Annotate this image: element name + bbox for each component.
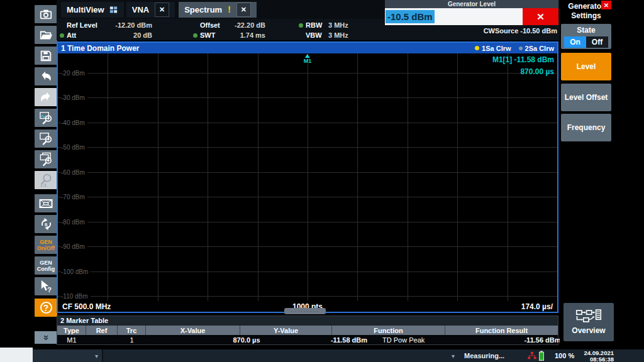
offset-label: Offset — [200, 21, 226, 29]
marker-table-row: M1 1 870.0 µs -11.58 dBm TD Pow Peak -11… — [57, 335, 558, 344]
y-axis-label: -20 dBm — [61, 70, 87, 77]
svg-text:?: ? — [47, 286, 51, 293]
gen-onoff-label-2: On/Off — [37, 245, 55, 251]
zoom-1to1-button[interactable]: 1:1 — [35, 171, 57, 189]
column-header-function: Function — [332, 326, 445, 335]
plot-area[interactable]: -20 dBm -30 dBm -40 dBm -50 dBm -60 dBm … — [58, 53, 557, 301]
multiview-grid-icon — [109, 5, 118, 14]
vbw-label: VBW — [306, 31, 328, 39]
softkey-menu-title-line2: Settings — [561, 11, 611, 21]
help-button[interactable]: ? — [35, 299, 57, 317]
tab-vna[interactable]: VNA ✕ — [126, 2, 175, 18]
zoom-multi-icon — [39, 152, 53, 167]
y-axis-label: -50 dBm — [61, 144, 87, 151]
trace1-legend[interactable]: 1Sa Clrw — [475, 45, 511, 52]
redo-button[interactable] — [35, 88, 57, 106]
trace-legend: 1Sa Clrw 2Sa Clrw — [475, 45, 554, 52]
generator-level-input[interactable]: -10.5 dBm — [385, 8, 523, 25]
zoom-trace-button[interactable] — [35, 109, 57, 127]
column-header-trc: Trc — [118, 326, 146, 335]
toolbar-expand-button[interactable] — [35, 331, 57, 344]
tab-vna-label: VNA — [132, 5, 149, 14]
softkey-level-offset[interactable]: Level Offset — [561, 84, 611, 111]
generator-level-popup-title: Generator Level — [385, 0, 558, 8]
swt-field[interactable]: SWT 1.74 ms — [193, 31, 299, 40]
zoom-area-button[interactable] — [35, 129, 57, 148]
save-button[interactable] — [35, 47, 57, 65]
column-header-type: Type — [57, 326, 86, 335]
overview-label: Overview — [572, 326, 605, 335]
tab-spectrum-close-icon[interactable]: ✕ — [236, 3, 251, 17]
ref-level-label: Ref Level — [67, 21, 103, 29]
column-header-function-result: Function Result — [445, 326, 558, 335]
rbw-label: RBW — [306, 21, 328, 29]
window-splitter-handle[interactable]: ········· — [284, 308, 326, 314]
y-axis-label: -110 dBm — [61, 293, 91, 300]
chevron-down-icon: ▾ — [452, 353, 455, 359]
y-axis-label: -30 dBm — [61, 94, 87, 101]
gen-onoff-button[interactable]: GEN On/Off — [35, 236, 57, 254]
cell-trc: 1 — [118, 335, 146, 344]
softkey-menu-close-button[interactable]: ✕ — [601, 1, 611, 9]
continuous-sweep-button[interactable]: s — [35, 215, 57, 233]
chevron-down-icon: ▾ — [95, 353, 98, 359]
rbw-value: 3 MHz — [328, 21, 348, 29]
trace2-label: 2Sa Clrw — [525, 45, 554, 52]
marker-readout: M1[1] -11.58 dBm 870.00 µs — [492, 54, 554, 78]
vbw-field[interactable]: VBW 3 MHz — [299, 31, 399, 40]
state-label: State — [561, 26, 611, 35]
tab-spectrum[interactable]: Spectrum ! ✕ — [179, 2, 257, 18]
datetime-display: 24.09.2021 08:56:38 — [571, 349, 614, 362]
softkey-frequency[interactable]: Frequency — [561, 114, 611, 141]
tab-multiview[interactable]: MultiView — [61, 2, 124, 18]
overview-button[interactable]: Overview — [564, 303, 614, 341]
window-title-bar[interactable]: 1 Time Domain Power 1Sa Clrw 2Sa Clrw — [58, 43, 557, 53]
state-toggle: On Off — [564, 36, 608, 48]
screenshot-button[interactable] — [35, 5, 57, 23]
generator-level-popup-close-button[interactable]: ✕ — [523, 8, 558, 25]
marker-table-title[interactable]: 2 Marker Table — [57, 316, 558, 326]
open-file-button[interactable] — [35, 26, 57, 44]
window-layout-icon — [38, 196, 53, 211]
marker-m1[interactable]: M1 — [304, 54, 312, 64]
column-header-ref: Ref — [86, 326, 118, 335]
trace2-dot-icon — [519, 47, 523, 50]
state-on-option[interactable]: On — [564, 36, 586, 48]
trace2-legend[interactable]: 2Sa Clrw — [519, 45, 554, 52]
rbw-field[interactable]: RBW 3 MHz — [299, 21, 399, 30]
y-axis-label: -90 dBm — [61, 243, 87, 250]
state-off-option[interactable]: Off — [586, 36, 608, 48]
rbw-status-dot — [299, 23, 303, 28]
cell-y-value: -11.58 dBm — [303, 335, 395, 344]
window-layout-button[interactable] — [35, 194, 57, 212]
zoom-multi-button[interactable] — [35, 150, 57, 168]
softkey-level[interactable]: Level — [561, 53, 611, 80]
marker-table-window: 2 Marker Table Type Ref Trc X-Value Y-Va… — [57, 315, 558, 345]
tab-vna-close-icon[interactable]: ✕ — [155, 3, 169, 17]
marker-readout-time: 870.00 µs — [492, 66, 554, 78]
zoom-trace-icon — [39, 111, 53, 125]
att-value: 20 dB — [103, 31, 152, 39]
offset-value: -22.20 dB — [226, 21, 265, 29]
context-help-button[interactable]: ? — [35, 277, 57, 295]
tab-spectrum-label: Spectrum — [184, 5, 222, 14]
offset-field[interactable]: Offset -22.20 dB — [193, 21, 299, 30]
gen-config-button[interactable]: GEN Config — [35, 256, 57, 275]
y-axis-label: -80 dBm — [61, 219, 87, 226]
alert-icon: ! — [228, 4, 231, 14]
softkey-state[interactable]: State On Off — [561, 24, 611, 49]
status-message-dropdown[interactable]: ▾ — [452, 349, 455, 362]
continuous-sweep-icon: s — [39, 217, 53, 231]
tab-multiview-label: MultiView — [67, 5, 104, 14]
marker-table-header: Type Ref Trc X-Value Y-Value Function Fu… — [57, 326, 558, 335]
column-header-x-value: X-Value — [146, 326, 240, 335]
battery-status — [537, 349, 546, 362]
att-field[interactable]: Att 20 dB — [60, 31, 193, 40]
frequency-label: Frequency — [567, 123, 606, 132]
att-status-dot — [60, 33, 64, 38]
status-segment-dropdown[interactable]: ▾ — [33, 349, 103, 362]
undo-button[interactable] — [35, 67, 57, 85]
zoom-area-icon — [39, 131, 53, 146]
y-axis-label: -40 dBm — [61, 119, 87, 126]
ref-level-field[interactable]: Ref Level -12.20 dBm — [60, 21, 193, 30]
